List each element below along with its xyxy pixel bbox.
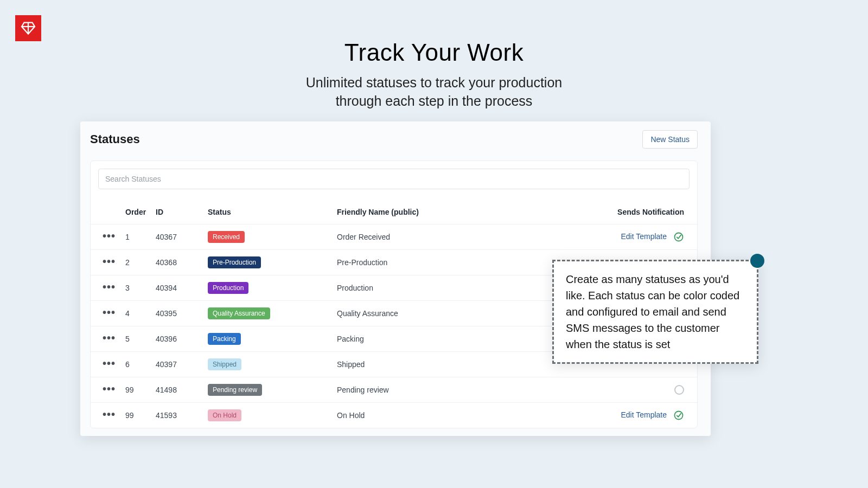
status-badge: Production bbox=[208, 282, 248, 294]
cell-friendly: Shipped bbox=[333, 352, 589, 377]
header-status: Status bbox=[203, 202, 333, 224]
cell-id: 40397 bbox=[151, 352, 203, 377]
cell-id: 40368 bbox=[151, 250, 203, 275]
cell-id: 40367 bbox=[151, 224, 203, 250]
status-badge: Pending review bbox=[208, 384, 262, 396]
row-actions-icon[interactable]: ••• bbox=[103, 412, 116, 416]
cell-friendly: Pre-Production bbox=[333, 250, 589, 275]
cell-id: 40395 bbox=[151, 301, 203, 326]
search-wrap bbox=[91, 161, 697, 189]
cell-notification: Edit Template bbox=[589, 224, 697, 250]
cell-notification bbox=[589, 377, 697, 403]
check-icon bbox=[673, 232, 684, 241]
cell-order: 6 bbox=[121, 352, 151, 377]
cell-friendly: Quality Assurance bbox=[333, 301, 589, 326]
edit-template-link[interactable]: Edit Template bbox=[621, 410, 667, 419]
cell-id: 41593 bbox=[151, 403, 203, 428]
row-actions-icon[interactable]: ••• bbox=[103, 387, 116, 391]
table-row: •••9941593On HoldOn HoldEdit Template bbox=[91, 403, 697, 428]
brand-logo bbox=[15, 15, 41, 41]
status-badge: On Hold bbox=[208, 409, 241, 421]
header-id: ID bbox=[151, 202, 203, 224]
svg-point-0 bbox=[675, 233, 683, 241]
hero-title: Track Your Work bbox=[0, 39, 868, 66]
status-badge: Packing bbox=[208, 333, 241, 345]
callout: Create as many statuses as you'd like. E… bbox=[552, 260, 758, 364]
status-badge: Shipped bbox=[208, 358, 241, 370]
hero-subtitle: Unlimited statuses to track your product… bbox=[0, 74, 868, 111]
cell-friendly: Pending review bbox=[333, 377, 589, 403]
cell-order: 2 bbox=[121, 250, 151, 275]
new-status-button[interactable]: New Status bbox=[642, 130, 698, 149]
row-actions-icon[interactable]: ••• bbox=[103, 285, 116, 289]
panel-title: Statuses bbox=[90, 132, 140, 146]
cell-order: 99 bbox=[121, 377, 151, 403]
callout-dot-icon bbox=[750, 254, 764, 268]
cell-id: 40394 bbox=[151, 275, 203, 301]
search-input[interactable] bbox=[98, 169, 690, 189]
cell-friendly: Packing bbox=[333, 326, 589, 352]
circle-icon bbox=[674, 385, 684, 395]
cell-id: 41498 bbox=[151, 377, 203, 403]
cell-friendly: Production bbox=[333, 275, 589, 301]
cell-id: 40396 bbox=[151, 326, 203, 352]
row-actions-icon[interactable]: ••• bbox=[103, 336, 116, 340]
table-row: •••140367ReceivedOrder ReceivedEdit Temp… bbox=[91, 224, 697, 250]
row-actions-icon[interactable]: ••• bbox=[103, 259, 116, 264]
panel-header: Statuses New Status bbox=[80, 121, 711, 149]
svg-point-1 bbox=[675, 412, 683, 420]
cell-order: 5 bbox=[121, 326, 151, 352]
status-badge: Quality Assurance bbox=[208, 307, 270, 319]
callout-text: Create as many statuses as you'd like. E… bbox=[566, 273, 739, 350]
header-notification: Sends Notification bbox=[589, 202, 697, 224]
hero: Track Your Work Unlimited statuses to tr… bbox=[0, 0, 868, 111]
check-icon bbox=[673, 410, 684, 419]
cell-order: 99 bbox=[121, 403, 151, 428]
cell-notification: Edit Template bbox=[589, 403, 697, 428]
cell-order: 4 bbox=[121, 301, 151, 326]
cell-friendly: On Hold bbox=[333, 403, 589, 428]
cell-order: 1 bbox=[121, 224, 151, 250]
row-actions-icon[interactable]: ••• bbox=[103, 234, 116, 238]
status-badge: Received bbox=[208, 231, 245, 243]
cell-friendly: Order Received bbox=[333, 224, 589, 250]
table-row: •••9941498Pending reviewPending review bbox=[91, 377, 697, 403]
row-actions-icon[interactable]: ••• bbox=[103, 310, 116, 314]
header-friendly: Friendly Name (public) bbox=[333, 202, 589, 224]
cell-order: 3 bbox=[121, 275, 151, 301]
edit-template-link[interactable]: Edit Template bbox=[621, 232, 667, 241]
row-actions-icon[interactable]: ••• bbox=[103, 361, 116, 365]
logo-icon bbox=[18, 18, 38, 38]
status-badge: Pre-Production bbox=[208, 256, 261, 268]
header-order: Order bbox=[121, 202, 151, 224]
